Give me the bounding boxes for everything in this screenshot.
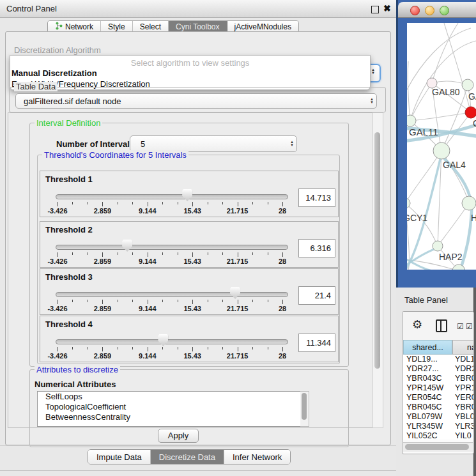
network-node-h[interactable]: [462, 196, 476, 210]
column-header-shared-name[interactable]: shared...: [403, 340, 452, 355]
tick-mark: [208, 202, 208, 204]
tab-impute-data[interactable]: Impute Data: [88, 450, 151, 464]
mac-close-icon[interactable]: [410, 6, 420, 15]
tick-mark: [58, 347, 58, 351]
table-panel-title: Table Panel: [404, 295, 448, 305]
horizontal-scrollbar[interactable]: [403, 442, 473, 452]
node-label: H: [471, 213, 476, 223]
slider-track[interactable]: [56, 194, 288, 199]
tab-discretize-data[interactable]: Discretize Data: [151, 450, 224, 464]
threshold-panel: Threshold 3-3.4262.8599.14415.4321.71528…: [40, 268, 339, 315]
tick-mark: [178, 347, 178, 349]
table-row[interactable]: YBR045CYBR0: [403, 403, 474, 412]
algorithm-option[interactable]: Manual Discretization: [10, 68, 370, 79]
tick-mark: [252, 347, 253, 349]
tick-mark: [222, 347, 223, 349]
cell-shared-name: YBR043C: [403, 374, 452, 383]
slider-thumb[interactable]: [230, 287, 240, 299]
tick-mark: [72, 202, 73, 204]
tick-mark: [132, 252, 133, 255]
tick-mark: [268, 300, 268, 302]
network-node-ga[interactable]: [462, 79, 473, 91]
table-row[interactable]: YDR27...YDR2: [403, 364, 474, 374]
tick-mark: [238, 202, 238, 206]
cell-shared-name: YDR27...: [403, 364, 452, 374]
tick-mark: [268, 252, 268, 255]
slider-thumb[interactable]: [122, 240, 132, 252]
attributes-scrollbar-thumb[interactable]: [302, 393, 307, 420]
tick-mark: [58, 252, 58, 257]
threshold-value-field[interactable]: 6.316: [298, 239, 335, 257]
checkbox-icon[interactable]: ☑: [466, 322, 473, 331]
tick-label: 9.144: [139, 352, 157, 360]
network-node-gal4[interactable]: [433, 142, 450, 159]
tick-label: 28: [279, 257, 286, 265]
tick-mark: [72, 347, 73, 349]
list-item[interactable]: BetweennessCentrality: [38, 412, 301, 422]
tick-mark: [102, 252, 103, 257]
tick-mark: [282, 300, 283, 304]
threshold-value-field[interactable]: 11.344: [298, 334, 335, 352]
slider-track[interactable]: [56, 245, 288, 250]
table-row[interactable]: YBL079WYBL0: [403, 412, 474, 422]
attributes-list-scrollbar[interactable]: [300, 391, 309, 427]
network-node-hap2[interactable]: [433, 241, 443, 251]
list-item[interactable]: SelfLoops: [38, 392, 301, 402]
vertical-scrollbar-thumb[interactable]: [374, 132, 380, 369]
table-row[interactable]: YDL19...YDL1: [403, 355, 474, 364]
apply-button[interactable]: Apply: [158, 429, 199, 443]
tick-mark: [88, 300, 88, 302]
tick-mark: [102, 202, 103, 206]
horizontal-scrollbar-thumb[interactable]: [405, 444, 469, 450]
threshold-label: Threshold 2: [45, 225, 93, 234]
list-item[interactable]: TopologicalCoefficient: [38, 402, 301, 412]
tick-mark: [148, 252, 148, 257]
float-window-icon[interactable]: [371, 6, 379, 13]
tick-mark: [118, 202, 118, 204]
table-row[interactable]: YBR043CYBR0: [403, 374, 474, 383]
cell-shared-name: YIL052C: [403, 431, 452, 440]
gear-icon[interactable]: ⚙: [412, 318, 422, 332]
table-row[interactable]: YIL052CYIL0: [403, 431, 474, 440]
column-header-name[interactable]: na: [452, 340, 474, 355]
network-node-gal11[interactable]: [407, 115, 416, 127]
cell-name: YER0: [452, 393, 474, 403]
cell-shared-name: YDL19...: [403, 355, 452, 364]
close-icon[interactable]: ✖: [383, 3, 391, 13]
tick-label: 15.43: [183, 305, 201, 312]
mac-minimize-icon[interactable]: [425, 6, 434, 15]
network-node-gcy1[interactable]: [407, 198, 410, 208]
tick-label: 28: [279, 352, 286, 360]
tick-label: 2.859: [94, 257, 112, 265]
mac-zoom-icon[interactable]: [440, 6, 449, 15]
slider-track[interactable]: [56, 292, 288, 297]
tick-mark: [222, 202, 223, 204]
tick-mark: [132, 202, 133, 204]
tab-infer-network[interactable]: Infer Network: [224, 450, 290, 464]
vertical-scrollbar[interactable]: [372, 112, 383, 428]
tick-label: 15.43: [183, 352, 201, 360]
tick-mark: [132, 300, 133, 302]
table-data-combobox[interactable]: galFiltered.sif default node ▲▼: [15, 93, 377, 109]
tick-mark: [102, 300, 103, 304]
tick-mark: [252, 202, 253, 204]
checkbox-icon[interactable]: ☑: [457, 322, 464, 331]
table-row[interactable]: YER054CYER0: [403, 393, 474, 403]
divider: [0, 445, 396, 446]
cell-name: YBR0: [452, 374, 474, 383]
table-data-group-title: Table Data: [14, 82, 58, 91]
table-row[interactable]: YPR145WYPR1: [403, 383, 474, 393]
slider-thumb[interactable]: [182, 189, 192, 201]
threshold-value-field[interactable]: 14.713: [298, 188, 335, 207]
cell-shared-name: YPR145W: [403, 383, 452, 393]
slider-thumb[interactable]: [158, 334, 168, 346]
table-row[interactable]: YLR345WYLR3: [403, 422, 474, 431]
threshold-label: Threshold 4: [45, 319, 93, 329]
threshold-value-field[interactable]: 21.4: [298, 286, 335, 305]
tick-mark: [282, 252, 283, 257]
tick-mark: [208, 347, 208, 349]
network-canvas[interactable]: GAL80GACGAL11GAL4GCY1HHAP2: [407, 23, 476, 270]
network-node-c[interactable]: [465, 107, 476, 118]
slider-track[interactable]: [56, 339, 288, 344]
split-columns-icon[interactable]: [436, 319, 447, 332]
